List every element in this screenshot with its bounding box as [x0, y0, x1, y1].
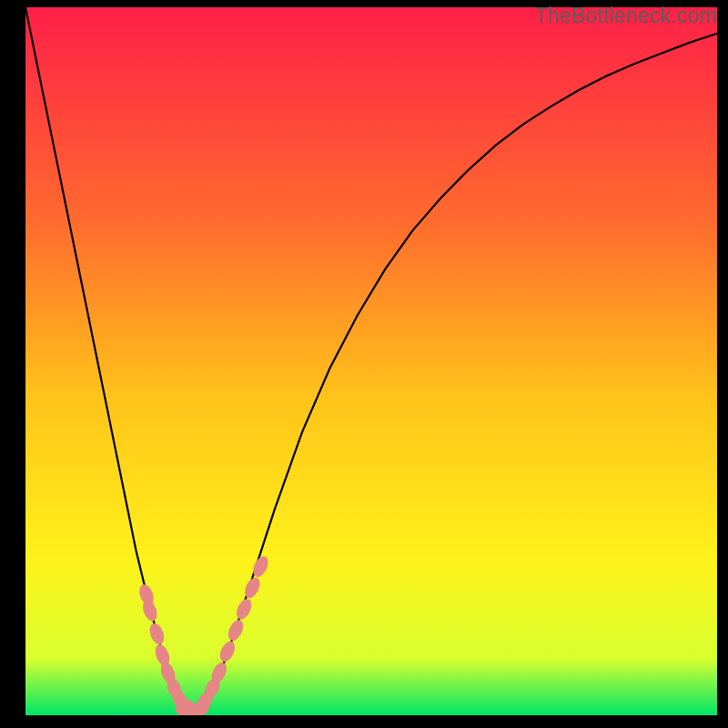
- bottleneck-chart: [25, 7, 717, 715]
- gradient-background: [25, 7, 717, 715]
- bead: [191, 703, 209, 715]
- chart-frame: [25, 7, 717, 715]
- watermark-text: TheBottleneck.com: [535, 4, 717, 28]
